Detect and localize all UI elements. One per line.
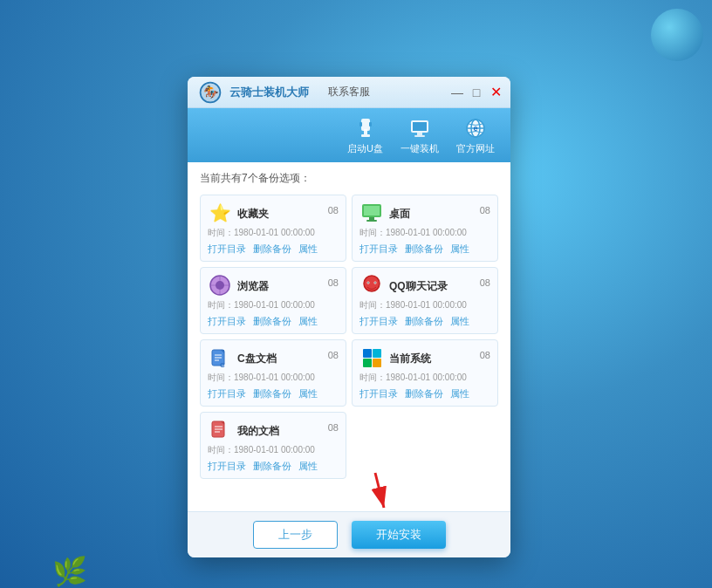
mydocs-count: 08 bbox=[328, 422, 339, 433]
backup-item-top: ⭐ 收藏夹 08 bbox=[208, 201, 339, 225]
mydocs-delete[interactable]: 删除备份 bbox=[253, 460, 291, 473]
backup-item-top: 当前系统 08 bbox=[359, 345, 490, 370]
svg-rect-39 bbox=[363, 359, 372, 367]
browser-delete[interactable]: 删除备份 bbox=[253, 315, 291, 328]
favorites-delete[interactable]: 删除备份 bbox=[253, 243, 291, 256]
cdrive-name: C盘文档 bbox=[237, 352, 277, 365]
current-sys-count: 08 bbox=[480, 350, 490, 360]
favorites-open[interactable]: 打开目录 bbox=[208, 243, 246, 256]
titlebar-left: 🏇 云骑士装机大师 bbox=[196, 79, 309, 106]
cdrive-open[interactable]: 打开目录 bbox=[208, 387, 246, 400]
svg-point-29 bbox=[374, 282, 376, 284]
mydocs-props[interactable]: 属性 bbox=[298, 460, 318, 473]
current-sys-icon bbox=[359, 345, 384, 370]
desktop-time: 时间：1980-01-01 00:00:00 bbox=[359, 227, 490, 239]
one-click-label: 一键装机 bbox=[400, 142, 439, 155]
favorites-icon: ⭐ bbox=[208, 201, 232, 225]
svg-rect-10 bbox=[417, 133, 422, 135]
titlebar: 🏇 云骑士装机大师 联系客服 — □ ✕ bbox=[188, 77, 510, 108]
mydocs-open[interactable]: 打开目录 bbox=[208, 460, 246, 473]
svg-rect-40 bbox=[373, 359, 381, 367]
cdrive-time: 时间：1980-01-01 00:00:00 bbox=[208, 372, 339, 384]
cdrive-count: 08 bbox=[328, 350, 339, 360]
mydocs-name: 我的文档 bbox=[237, 425, 279, 437]
qq-info: QQ聊天记录 08 bbox=[389, 277, 490, 294]
content-header: 当前共有7个备份选项： bbox=[200, 171, 498, 186]
toolbar-one-click[interactable]: 一键装机 bbox=[392, 113, 448, 159]
svg-rect-9 bbox=[413, 122, 427, 131]
qq-props[interactable]: 属性 bbox=[450, 315, 469, 328]
browser-info: 浏览器 08 bbox=[237, 277, 339, 294]
toolbar-official[interactable]: e 官方网址 bbox=[448, 113, 503, 159]
svg-text:e: e bbox=[473, 124, 477, 133]
restore-button[interactable]: □ bbox=[469, 85, 484, 100]
qq-name: QQ聊天记录 bbox=[389, 280, 448, 292]
cdrive-delete[interactable]: 删除备份 bbox=[253, 387, 291, 400]
toolbar: 启动U盘 一键装机 e 官方网址 bbox=[188, 108, 510, 162]
current-sys-name: 当前系统 bbox=[389, 352, 431, 365]
desktop-delete[interactable]: 删除备份 bbox=[405, 243, 443, 256]
qq-open[interactable]: 打开目录 bbox=[359, 315, 398, 328]
computer-icon bbox=[407, 116, 432, 140]
cdrive-actions: 打开目录 删除备份 属性 bbox=[208, 387, 339, 400]
current-sys-time: 时间：1980-01-01 00:00:00 bbox=[359, 372, 490, 384]
favorites-props[interactable]: 属性 bbox=[298, 243, 318, 256]
backup-item-top: 桌面 08 bbox=[359, 201, 490, 225]
svg-rect-4 bbox=[364, 129, 367, 134]
backup-item-top: 浏览器 08 bbox=[208, 273, 339, 297]
current-sys-info: 当前系统 08 bbox=[389, 350, 490, 366]
backup-item-top: 我的文档 08 bbox=[208, 418, 339, 442]
desktop-open[interactable]: 打开目录 bbox=[359, 243, 398, 256]
qq-icon bbox=[359, 273, 384, 297]
start-install-button[interactable]: 开始安装 bbox=[352, 521, 446, 549]
desktop-icon bbox=[359, 201, 384, 225]
win7-globe-icon bbox=[651, 9, 703, 61]
svg-rect-3 bbox=[361, 119, 370, 131]
titlebar-controls: — □ ✕ bbox=[449, 85, 503, 100]
qq-count: 08 bbox=[480, 277, 490, 288]
svg-rect-19 bbox=[369, 217, 374, 220]
mydocs-actions: 打开目录 删除备份 属性 bbox=[208, 460, 339, 473]
svg-rect-18 bbox=[364, 206, 380, 215]
backup-item-mydocs: 我的文档 08 时间：1980-01-01 00:00:00 打开目录 删除备份… bbox=[200, 412, 346, 479]
content-area: 当前共有7个备份选项： ⭐ 收藏夹 08 时间：1980-01-01 00:00… bbox=[188, 162, 510, 511]
qq-delete[interactable]: 删除备份 bbox=[405, 315, 443, 328]
desktop-actions: 打开目录 删除备份 属性 bbox=[359, 243, 490, 256]
qq-time: 时间：1980-01-01 00:00:00 bbox=[359, 299, 490, 311]
browser-count: 08 bbox=[328, 277, 339, 288]
current-sys-props[interactable]: 属性 bbox=[450, 387, 469, 400]
svg-rect-37 bbox=[363, 349, 372, 358]
footer: 上一步 开始安装 bbox=[188, 511, 510, 557]
favorites-count: 08 bbox=[328, 205, 339, 215]
svg-rect-6 bbox=[359, 122, 362, 126]
svg-rect-38 bbox=[373, 349, 381, 358]
svg-rect-11 bbox=[414, 135, 425, 137]
favorites-time: 时间：1980-01-01 00:00:00 bbox=[208, 227, 339, 239]
browser-open[interactable]: 打开目录 bbox=[208, 315, 246, 328]
backup-item-cdrive: C C盘文档 08 时间：1980-01-01 00:00:00 打开目录 删除… bbox=[200, 339, 346, 407]
desktop-props[interactable]: 属性 bbox=[450, 243, 469, 256]
plant-decoration: 🌿 bbox=[52, 555, 87, 588]
window-title: 联系客服 bbox=[328, 85, 370, 99]
app-name-label: 云骑士装机大师 bbox=[229, 85, 309, 100]
desktop-info: 桌面 08 bbox=[389, 205, 490, 222]
current-sys-delete[interactable]: 删除备份 bbox=[405, 387, 443, 400]
favorites-name: 收藏夹 bbox=[237, 208, 269, 220]
favorites-info: 收藏夹 08 bbox=[237, 205, 339, 222]
toolbar-boot-usb[interactable]: 启动U盘 bbox=[339, 113, 392, 159]
svg-point-28 bbox=[367, 282, 369, 284]
qq-actions: 打开目录 删除备份 属性 bbox=[359, 315, 490, 328]
backup-item-qq: QQ聊天记录 08 时间：1980-01-01 00:00:00 打开目录 删除… bbox=[352, 267, 498, 334]
current-sys-open[interactable]: 打开目录 bbox=[359, 387, 398, 400]
browser-props[interactable]: 属性 bbox=[298, 315, 318, 328]
svg-text:C: C bbox=[220, 361, 225, 369]
cdrive-props[interactable]: 属性 bbox=[298, 387, 318, 400]
browser-time: 时间：1980-01-01 00:00:00 bbox=[208, 299, 339, 311]
ie-icon: e bbox=[463, 116, 488, 140]
minimize-button[interactable]: — bbox=[449, 85, 465, 100]
backup-item-top: QQ聊天记录 08 bbox=[359, 273, 490, 297]
current-sys-actions: 打开目录 删除备份 属性 bbox=[359, 387, 490, 400]
backup-item-top: C C盘文档 08 bbox=[208, 345, 339, 370]
close-button[interactable]: ✕ bbox=[488, 85, 503, 100]
back-button[interactable]: 上一步 bbox=[253, 521, 338, 549]
